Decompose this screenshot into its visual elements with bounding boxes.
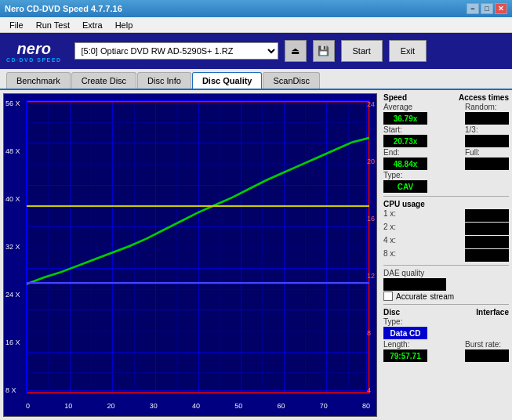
tab-disc-quality[interactable]: Disc Quality [192, 72, 263, 89]
x-label-50: 50 [234, 402, 242, 410]
close-button[interactable]: ✕ [495, 3, 507, 14]
speed-header-row: Speed Access times [383, 93, 509, 102]
random-label: Random: [465, 103, 509, 111]
drive-select[interactable]: [5:0] Optiarc DVD RW AD-5290S+ 1.RZ [74, 42, 278, 60]
end-value: 48.84x [383, 158, 427, 170]
divider-3 [383, 304, 509, 305]
cpu-title: CPU usage [383, 200, 425, 208]
disc-length-value: 79:57.71 [383, 349, 427, 362]
disc-length-row: Length: 79:57.71 Burst rate: [383, 340, 509, 362]
y-right-4: 4 [367, 386, 375, 394]
nero-logo: nero [17, 40, 51, 57]
cpu-4x-value [465, 236, 509, 248]
average-label: Average [383, 103, 427, 111]
nero-sublogo: CD·DVD SPEED [6, 57, 62, 63]
full-label: Full: [465, 148, 509, 157]
disc-type-row: Type: Data CD [383, 317, 509, 339]
cpu-4x-row: 4 x: [383, 236, 509, 248]
disc-title: Disc [383, 308, 400, 317]
access-times-title: Access times [459, 93, 509, 102]
dae-row: DAE quality [383, 269, 509, 291]
y-label-32: 32 X [5, 244, 20, 251]
type-row: Type: CAV [383, 171, 509, 193]
random-value [465, 112, 509, 125]
menu-run-test[interactable]: Run Test [30, 19, 76, 31]
menu-file[interactable]: File [3, 19, 30, 31]
tab-benchmark[interactable]: Benchmark [6, 72, 71, 89]
cpu-1x-label: 1 x: [383, 209, 423, 218]
start-button[interactable]: Start [341, 40, 383, 62]
menu-extra[interactable]: Extra [76, 19, 109, 31]
menu-bar: File Run Test Extra Help [0, 17, 512, 33]
dae-section: DAE quality Accurate stream [383, 269, 509, 301]
maximize-button[interactable]: □ [481, 3, 493, 14]
accurate-stream-label: Accurate [396, 292, 427, 301]
start-col: Start: 20.73x [383, 125, 427, 147]
y-label-16: 16 X [5, 339, 20, 346]
burst-col: Burst rate: [465, 340, 509, 362]
cpu-2x-value [465, 223, 509, 235]
speed-section: Speed Access times Average 36.79x Random… [383, 93, 509, 193]
y-right-8: 8 [367, 329, 375, 337]
end-label: End: [383, 148, 427, 157]
cpu-8x-value [465, 249, 509, 262]
disc-header-row: Disc Interface [383, 308, 509, 317]
x-label-30: 30 [150, 402, 158, 410]
speed-title: Speed [383, 93, 407, 102]
cpu-8x-row: 8 x: [383, 249, 509, 262]
cpu-section: CPU usage 1 x: 2 x: 4 x: 8 x: [383, 200, 509, 262]
toolbar: nero CD·DVD SPEED [5:0] Optiarc DVD RW A… [0, 33, 512, 69]
title-controls: − □ ✕ [467, 3, 507, 14]
x-label-60: 60 [277, 402, 285, 410]
y-label-24: 24 X [5, 291, 20, 299]
right-panel: Speed Access times Average 36.79x Random… [380, 90, 512, 420]
one-third-label: 1/3: [465, 125, 509, 134]
minimize-button[interactable]: − [467, 3, 479, 14]
cpu-2x-row: 2 x: [383, 223, 509, 235]
one-third-col: 1/3: [465, 125, 509, 147]
y-right-12: 12 [367, 272, 375, 280]
menu-help[interactable]: Help [109, 19, 140, 31]
y-right-24: 24 [367, 100, 375, 108]
eject-button[interactable]: ⏏ [285, 40, 307, 62]
x-label-70: 70 [320, 402, 328, 410]
start-label: Start: [383, 125, 427, 134]
tab-disc-info[interactable]: Disc Info [137, 72, 191, 89]
cpu-header-row: CPU usage [383, 200, 509, 208]
disc-length-col: Length: 79:57.71 [383, 340, 427, 362]
type-col: Type: CAV [383, 171, 427, 193]
y-labels-right: 24 20 16 12 8 4 [367, 100, 375, 394]
chart-svg [27, 101, 369, 393]
exit-button[interactable]: Exit [389, 40, 427, 62]
tab-create-disc[interactable]: Create Disc [71, 72, 136, 89]
title-text: Nero CD-DVD Speed 4.7.7.16 [5, 4, 122, 13]
cpu-8x-label: 8 x: [383, 249, 423, 258]
tab-bar: Benchmark Create Disc Disc Info Disc Qua… [0, 69, 512, 90]
disc-type-label: Type: [383, 317, 427, 326]
cpu-1x-value [465, 209, 509, 222]
type-label: Type: [383, 171, 427, 179]
full-col: Full: [465, 148, 509, 170]
divider-1 [383, 196, 509, 197]
start-row: Start: 20.73x 1/3: [383, 125, 509, 147]
title-bar: Nero CD-DVD Speed 4.7.7.16 − □ ✕ [0, 0, 512, 17]
x-label-40: 40 [192, 402, 200, 410]
cpu-4x-label: 4 x: [383, 236, 423, 244]
disc-length-label: Length: [383, 340, 427, 349]
y-right-20: 20 [367, 158, 375, 165]
divider-2 [383, 265, 509, 266]
burst-label: Burst rate: [465, 340, 509, 349]
y-label-8: 8 X [5, 387, 20, 394]
y-label-40: 40 X [5, 196, 20, 203]
y-right-16: 16 [367, 215, 375, 223]
tab-scan-disc[interactable]: ScanDisc [263, 72, 319, 89]
x-label-80: 80 [362, 402, 370, 410]
dae-value [383, 278, 446, 291]
end-col: End: 48.84x [383, 148, 427, 170]
save-button[interactable]: 💾 [313, 40, 335, 62]
average-col: Average 36.79x [383, 103, 427, 125]
y-label-48: 48 X [5, 148, 20, 155]
x-label-0: 0 [26, 402, 30, 410]
accurate-stream-checkbox[interactable] [383, 291, 393, 301]
x-label-10: 10 [64, 402, 72, 410]
